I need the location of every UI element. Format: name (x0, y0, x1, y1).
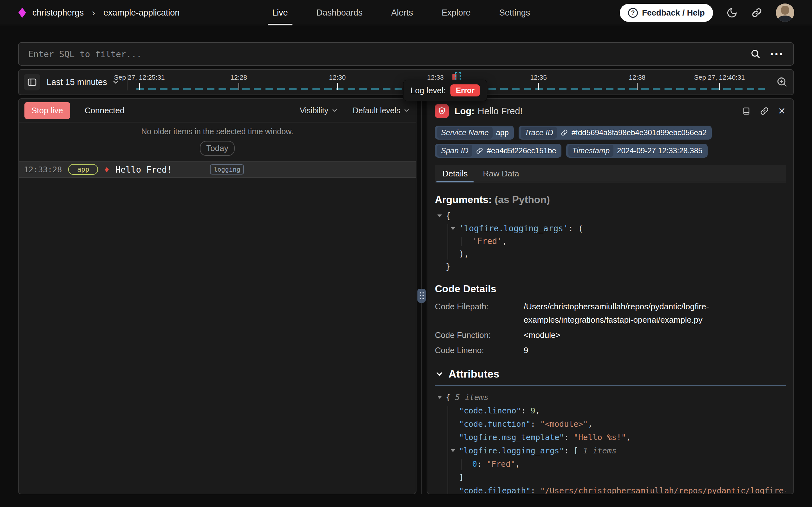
empty-window-text: No older items in the selected time wind… (19, 127, 416, 136)
chevron-down-icon (331, 107, 338, 114)
tick-label: 12:38 (629, 74, 645, 81)
sql-filter-input[interactable] (27, 49, 750, 59)
code-line: 'Fred', (435, 235, 786, 247)
service-name-label: Service Name (437, 127, 493, 138)
arguments-heading: Arguments: (as Python) (435, 194, 786, 206)
tick-label: 12:28 (230, 74, 247, 81)
tick-mark (637, 83, 637, 90)
tick-mark (538, 83, 539, 90)
error-level-badge: Error (450, 84, 480, 97)
trace-id-pill[interactable]: Trace ID #fdd5694a8fa98eb4e301d99ebc056e… (519, 126, 712, 139)
code-details-heading: Code Details (435, 283, 786, 295)
chevron-down-icon (403, 107, 410, 114)
code-lineno-row: Code Lineno: 9 (435, 344, 786, 357)
code-function-label: Code Function: (435, 328, 524, 342)
today-button[interactable]: Today (200, 141, 234, 156)
time-range-selector[interactable]: Last 15 minutes (47, 77, 120, 87)
arguments-code[interactable]: {'logfire.logging_args': ('Fred',),} (435, 209, 786, 273)
sidebar-toggle-icon[interactable] (24, 74, 40, 91)
span-id-pill[interactable]: Span ID #ea4d5f226ec151be (435, 144, 561, 158)
code-line: "logfire.msg_template": "Hello %s!", (435, 431, 786, 444)
detail-tabs: Details Raw Data (435, 165, 786, 182)
code-line: "code.lineno": 9, (435, 404, 786, 417)
tick-mark (337, 83, 338, 90)
sql-filter-bar: ••• (18, 42, 794, 66)
default-levels-dropdown[interactable]: Default levels (353, 106, 410, 115)
trace-id-value: #fdd5694a8fa98eb4e301d99ebc056ea2 (572, 128, 707, 137)
split-panel-icon[interactable] (742, 107, 751, 115)
code-line: "code.function": "<module>", (435, 417, 786, 431)
tick-label: 12:30 (329, 74, 346, 81)
tick-label: 12:35 (530, 74, 547, 81)
log-detail-panel: Log:Hello Fred! ✕ Service Name app Trace… (427, 98, 794, 494)
tab-details[interactable]: Details (435, 165, 475, 182)
nav-tab-explore[interactable]: Explore (440, 0, 473, 25)
visibility-dropdown[interactable]: Visibility (300, 106, 338, 115)
collapse-chevron-icon[interactable] (451, 449, 455, 452)
attributes-heading[interactable]: Attributes (435, 368, 786, 380)
nav-tab-dashboards[interactable]: Dashboards (315, 0, 365, 25)
service-name-pill[interactable]: Service Name app (435, 126, 514, 139)
detail-title: Log:Hello Fred! (454, 106, 523, 116)
log-level-tooltip: Log level: Error (403, 80, 487, 101)
detail-badges: Service Name app Trace ID #fdd5694a8fa98… (427, 118, 793, 158)
top-bar-actions: ? Feedback / Help (620, 0, 794, 25)
tab-raw-data[interactable]: Raw Data (475, 165, 526, 182)
nav-tab-settings[interactable]: Settings (497, 0, 532, 25)
nav-tab-live[interactable]: Live (270, 0, 290, 25)
arguments-subheading: (as Python) (495, 194, 550, 205)
stop-live-button[interactable]: Stop live (24, 102, 70, 119)
tooltip-label: Log level: (411, 86, 446, 96)
attributes-code[interactable]: { 5 items"code.lineno": 9,"code.function… (435, 391, 786, 494)
timestamp-label: Timestamp (568, 145, 614, 157)
tick-mark (139, 83, 140, 90)
breadcrumb-org[interactable]: christophergs (33, 8, 84, 18)
service-name-value: app (496, 128, 509, 137)
span-id-label: Span ID (437, 145, 472, 157)
link-chain-icon (560, 129, 568, 136)
visibility-label: Visibility (300, 106, 328, 115)
code-lineno-value: 9 (524, 344, 528, 357)
code-line: "logfire.logging_args": [ 1 items (435, 444, 786, 457)
logging-tag-badge[interactable]: logging (210, 164, 244, 174)
tick-label: Sep 27, 12:25:31 (114, 74, 165, 81)
user-avatar[interactable] (776, 3, 794, 22)
span-id-value: #ea4d5f226ec151be (487, 146, 556, 155)
question-circle-icon: ? (628, 8, 638, 18)
detail-header: Log:Hello Fred! ✕ (427, 99, 793, 118)
theme-moon-icon[interactable] (726, 7, 738, 18)
share-link-icon[interactable] (751, 7, 762, 18)
more-options-icon[interactable]: ••• (770, 50, 785, 59)
code-function-row: Code Function: <module> (435, 328, 786, 342)
collapse-chevron-icon[interactable] (437, 396, 442, 399)
code-line: { (435, 209, 786, 222)
time-range-label: Last 15 minutes (47, 77, 107, 87)
close-icon[interactable]: ✕ (778, 107, 786, 116)
logfire-logo-icon[interactable] (18, 8, 26, 18)
tick-mark (239, 83, 239, 90)
timestamp-pill[interactable]: Timestamp 2024-09-27 12:33:28.385 (566, 144, 708, 158)
breadcrumb-project[interactable]: example-application (104, 8, 180, 18)
log-row[interactable]: 12:33:28 app ♦ Hello Fred! logging (19, 161, 416, 178)
feedback-help-button[interactable]: ? Feedback / Help (620, 4, 713, 22)
collapse-chevron-icon[interactable] (451, 227, 455, 230)
zoom-in-icon[interactable] (776, 76, 788, 88)
default-levels-label: Default levels (353, 106, 400, 115)
code-line: "code.filepath": "/Users/christophersami… (435, 484, 786, 494)
service-badge[interactable]: app (68, 164, 98, 175)
code-line: ), (435, 247, 786, 260)
main-nav: Live Dashboards Alerts Explore Settings (270, 0, 532, 25)
panel-resize-divider[interactable] (417, 98, 427, 494)
detail-message: Hello Fred! (478, 106, 523, 116)
copy-link-icon[interactable] (760, 106, 769, 116)
log-timestamp: 12:33:28 (24, 165, 62, 174)
collapse-chevron-icon[interactable] (437, 215, 442, 217)
code-function-value: <module> (524, 328, 560, 342)
nav-tab-alerts[interactable]: Alerts (389, 0, 415, 25)
code-filepath-label: Code Filepath: (435, 300, 524, 327)
stream-header: Stop live Connected Visibility Default l… (19, 99, 416, 122)
tick-label: Sep 27, 12:40:31 (694, 74, 745, 81)
search-icon[interactable] (750, 49, 761, 59)
drag-handle-icon[interactable] (418, 289, 426, 303)
attributes-divider (435, 385, 786, 386)
